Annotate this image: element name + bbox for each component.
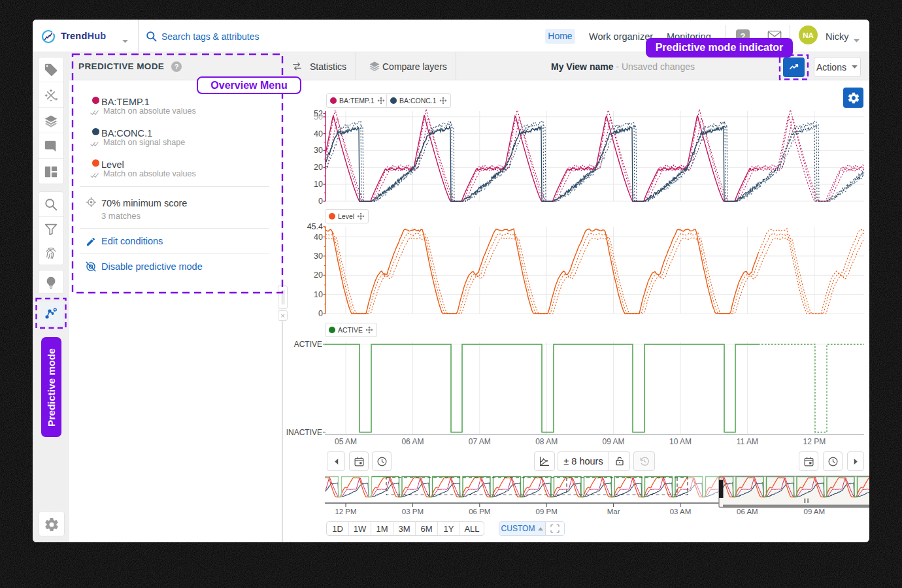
svg-text:09 AM: 09 AM: [603, 437, 625, 446]
svg-text:50: 50: [314, 112, 323, 122]
svg-text:20: 20: [314, 163, 323, 172]
svg-text:08 AM: 08 AM: [535, 437, 558, 446]
svg-text:30: 30: [314, 146, 323, 155]
svg-text:12 PM: 12 PM: [803, 437, 826, 446]
svg-text:06 PM: 06 PM: [469, 508, 490, 515]
svg-text:03 PM: 03 PM: [402, 508, 424, 515]
svg-text:40: 40: [314, 233, 323, 242]
svg-text:0: 0: [318, 197, 323, 206]
svg-text:ACTIVE: ACTIVE: [294, 340, 322, 349]
svg-text:10: 10: [314, 180, 323, 189]
svg-text:20: 20: [314, 270, 323, 280]
svg-text:Mar: Mar: [607, 508, 620, 515]
svg-text:09 AM: 09 AM: [803, 508, 825, 515]
svg-text:06 AM: 06 AM: [401, 437, 424, 446]
svg-text:05 AM: 05 AM: [335, 437, 357, 446]
svg-text:07 AM: 07 AM: [469, 437, 491, 446]
svg-text:06 AM: 06 AM: [737, 508, 758, 515]
svg-text:03 AM: 03 AM: [670, 508, 692, 515]
svg-text:11 AM: 11 AM: [737, 437, 758, 446]
svg-text:INACTIVE: INACTIVE: [286, 428, 322, 437]
svg-text:40: 40: [314, 129, 323, 139]
svg-text:09 PM: 09 PM: [536, 508, 558, 515]
svg-text:0: 0: [318, 309, 323, 318]
svg-text:45.4: 45.4: [307, 222, 323, 231]
svg-text:10 AM: 10 AM: [669, 437, 692, 446]
svg-text:10: 10: [314, 290, 323, 299]
svg-text:12 PM: 12 PM: [335, 508, 356, 515]
svg-text:30: 30: [314, 252, 323, 261]
